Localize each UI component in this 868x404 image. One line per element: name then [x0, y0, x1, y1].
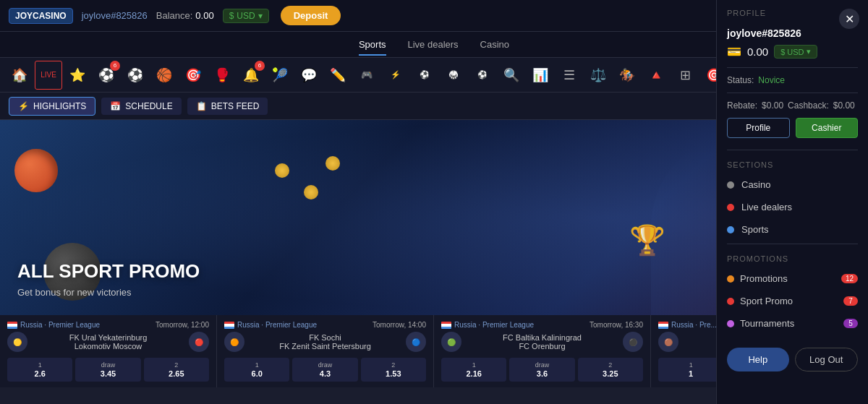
- balance-label: Balance:: [156, 10, 193, 21]
- schedule-button[interactable]: 📅 SCHEDULE: [101, 98, 181, 115]
- odd-btn-0-1[interactable]: 1 2.6: [7, 358, 72, 382]
- promo-title: ALL SPORT PROMO: [17, 260, 200, 283]
- odd-btn-2-2[interactable]: 2 3.25: [578, 358, 643, 382]
- help-button[interactable]: Help: [727, 348, 789, 371]
- sport-icon-live[interactable]: LIVE: [35, 61, 62, 90]
- team2-name-1: FK Zenit Saint Petersburg: [276, 342, 374, 351]
- logo[interactable]: JOYCASINO: [9, 8, 73, 24]
- sport-icon-boxing[interactable]: 🥊: [208, 61, 236, 90]
- team1-logo-3: 🟤: [658, 332, 678, 352]
- sport-icon-esports2[interactable]: ⚡: [382, 61, 409, 90]
- match-league-3: Russia · Pre...: [658, 321, 717, 329]
- balance-amount: 0.00: [195, 10, 213, 21]
- odd-btn-3-1[interactable]: 1 1: [658, 358, 723, 382]
- sport-icon-fifa[interactable]: ⚽: [411, 61, 438, 90]
- match-odds-0: 1 2.6 draw 3.45 2 2.65: [7, 358, 209, 382]
- sport-icon-edit[interactable]: ✏️: [324, 61, 352, 90]
- match-card-0: Russia · Premier League Tomorrow, 12:00 …: [0, 315, 217, 387]
- odd-btn-2-draw[interactable]: draw 3.6: [509, 358, 574, 382]
- flag-icon-0: [7, 322, 17, 329]
- tab-live-dealers[interactable]: Live dealers: [408, 35, 459, 54]
- promo-item-promotions[interactable]: Promotions 12: [717, 267, 868, 290]
- sport-icon-triangle[interactable]: 🔺: [642, 61, 670, 90]
- profile-button[interactable]: Profile: [727, 120, 790, 138]
- basketball-decoration: [14, 149, 58, 192]
- sport-icon-menu2[interactable]: ⚖️: [584, 61, 612, 90]
- team2-name-0: Lokomotiv Moscow: [72, 342, 145, 351]
- sports-dot: [727, 226, 734, 233]
- match-teams-1: 🟠 FK Sochi FK Zenit Saint Petersburg 🔵: [224, 332, 426, 352]
- promo-text: ALL SPORT PROMO Get bonus for new victor…: [17, 260, 200, 298]
- sport-promo-dot: [727, 298, 734, 305]
- team2-logo-2: ⚫: [623, 332, 643, 352]
- section-live-dealers[interactable]: Live dealers: [717, 196, 868, 218]
- cashier-button[interactable]: Cashier: [796, 120, 859, 138]
- match-odds-1: 1 6.0 draw 4.3 2 1.53: [224, 358, 426, 382]
- match-time-2: Tomorrow, 16:30: [590, 321, 643, 329]
- deposit-button[interactable]: Deposit: [281, 6, 341, 25]
- live-dot: [727, 204, 734, 211]
- sport-icon-bell[interactable]: 🔔 6: [237, 61, 265, 90]
- sport-icon-esports1[interactable]: 🎮: [353, 61, 380, 90]
- promotions-dot: [727, 275, 734, 283]
- match-teams-0: 🟡 FK Ural Yekaterinburg Lokomotiv Moscow…: [7, 332, 209, 352]
- promo-item-sport-promo[interactable]: Sport Promo 7: [717, 290, 868, 312]
- sport-icon-penalty[interactable]: ⚽: [469, 61, 496, 90]
- profile-panel: ✕ PROFILE joylove#825826 💳 0.00 $ USD ▾ …: [716, 120, 868, 404]
- promotions-header: PROMOTIONS: [717, 247, 868, 267]
- sport-icon-stats[interactable]: 📊: [527, 61, 554, 90]
- sport-icon-menu1[interactable]: ☰: [556, 61, 583, 90]
- bets-feed-label: BETS FEED: [211, 101, 260, 111]
- currency-selector[interactable]: $ USD ▾: [223, 9, 269, 23]
- sport-icon-mma[interactable]: 🥋: [440, 61, 467, 90]
- sport-icon-home[interactable]: 🏠: [6, 61, 33, 90]
- section-casino-label: Casino: [741, 179, 770, 190]
- coin-decoration-1: [275, 163, 289, 178]
- sport-icon-darts[interactable]: 🎯: [179, 61, 207, 90]
- odd-btn-1-2[interactable]: 2 1.53: [361, 358, 426, 382]
- match-league-2: Russia · Premier League: [441, 321, 534, 329]
- match-card-1: Russia · Premier League Tomorrow, 14:00 …: [217, 315, 434, 387]
- match-card-2: Russia · Premier League Tomorrow, 16:30 …: [434, 315, 651, 387]
- logout-button[interactable]: Log Out: [795, 348, 859, 371]
- trophy-icon: 🏆: [629, 223, 665, 257]
- header-username[interactable]: joylove#825826: [82, 10, 148, 21]
- match-time-0: Tomorrow, 12:00: [156, 321, 209, 329]
- odd-btn-1-1[interactable]: 1 6.0: [224, 358, 289, 382]
- section-live-label: Live dealers: [741, 202, 792, 212]
- sport-icon-chat[interactable]: 💬: [295, 61, 323, 90]
- tournaments-dot: [727, 320, 734, 327]
- team2-logo-1: 🔵: [406, 332, 426, 352]
- team1-name-2: FC Baltika Kaliningrad: [500, 333, 584, 342]
- sport-icon-soccer2[interactable]: ⚽: [122, 61, 149, 90]
- tab-sports[interactable]: Sports: [359, 35, 386, 54]
- highlights-button[interactable]: ⚡ HIGHLIGHTS: [9, 97, 95, 116]
- sport-icon-favorites[interactable]: ⭐: [64, 61, 91, 90]
- tab-casino[interactable]: Casino: [480, 35, 509, 54]
- bets-feed-button[interactable]: 📋 BETS FEED: [187, 98, 268, 115]
- highlights-label: HIGHLIGHTS: [33, 101, 86, 111]
- panel-action-buttons: Profile Cashier: [717, 120, 868, 147]
- sport-icon-soccer[interactable]: ⚽ 6: [93, 61, 120, 90]
- section-casino[interactable]: Casino: [717, 173, 868, 196]
- match-teams-2: 🟢 FC Baltika Kaliningrad FC Orenburg ⚫: [441, 332, 643, 352]
- promo-left-promotions: Promotions: [727, 273, 788, 284]
- sport-icon-search[interactable]: 🔍: [498, 61, 525, 90]
- highlights-icon: ⚡: [18, 101, 29, 111]
- panel-divider-4: [727, 244, 858, 244]
- team2-logo-0: 🔴: [189, 332, 209, 352]
- odd-btn-0-draw[interactable]: draw 3.45: [75, 358, 140, 382]
- section-sports[interactable]: Sports: [717, 218, 868, 241]
- panel-bottom-buttons: Help Log Out: [717, 340, 868, 379]
- flag-icon-2: [441, 322, 451, 329]
- odd-btn-1-draw[interactable]: draw 4.3: [292, 358, 357, 382]
- sport-icon-horse[interactable]: 🏇: [613, 61, 641, 90]
- promo-item-tournaments[interactable]: Tournaments 5: [717, 312, 868, 335]
- odd-btn-2-1[interactable]: 1 2.16: [441, 358, 506, 382]
- sport-icon-tennis[interactable]: 🎾: [266, 61, 294, 90]
- odd-btn-0-2[interactable]: 2 2.65: [144, 358, 209, 382]
- sport-icon-basketball[interactable]: 🏀: [150, 61, 178, 90]
- currency-label: USD: [237, 11, 255, 21]
- sport-icon-grid[interactable]: ⊞: [671, 61, 699, 90]
- coin-decoration-3: [326, 156, 340, 171]
